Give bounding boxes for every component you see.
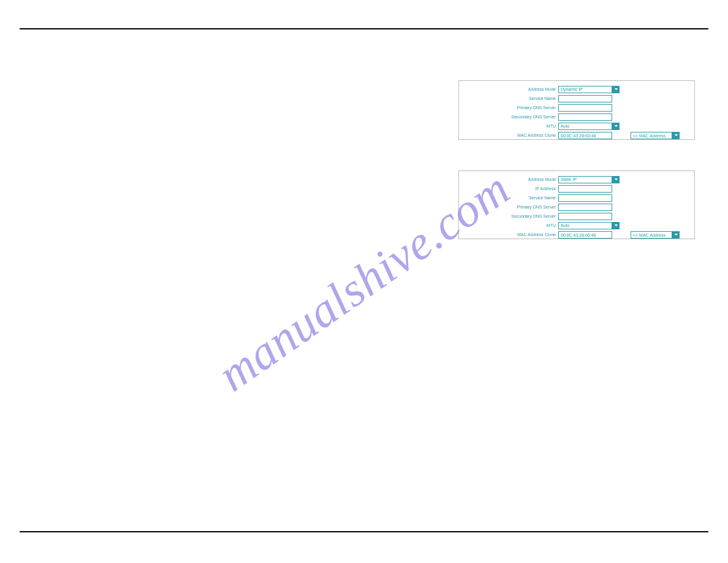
field-label: Primary DNS Server — [465, 105, 558, 110]
address-mode-select[interactable]: Dynamic IP — [558, 86, 612, 93]
field-label: Address Mode — [465, 87, 558, 91]
field-label: MAC Address Clone — [465, 232, 558, 237]
field-label: Secondary DNS Server — [465, 115, 558, 119]
bottom-rule — [20, 531, 708, 532]
field-label: MTU — [465, 223, 558, 228]
select-value: Auto — [561, 123, 569, 130]
config-panel-static-ip: Address Mode Static IP IP Address Servic… — [458, 170, 695, 239]
field-row: MAC Address Clone 00:0C:43:28:60:48 << M… — [465, 131, 688, 140]
chevron-down-icon[interactable] — [612, 123, 620, 130]
mtu-select[interactable]: Auto — [558, 222, 612, 229]
service-name-input[interactable] — [558, 194, 612, 202]
mac-clone-input[interactable]: 00:0C:43:28:60:48 — [558, 231, 612, 239]
primary-dns-input[interactable] — [558, 204, 612, 211]
field-row: Secondary DNS Server — [465, 112, 688, 121]
field-row: Service Name — [465, 193, 688, 202]
select-value: Dynamic IP — [561, 86, 583, 93]
field-label: MTU — [465, 124, 558, 128]
mac-address-button[interactable]: << MAC Address — [631, 231, 672, 239]
field-label: Address Mode — [465, 177, 558, 182]
field-row: Address Mode Dynamic IP — [465, 85, 688, 94]
field-label: IP Address — [465, 186, 558, 191]
chevron-down-icon[interactable] — [612, 176, 620, 183]
field-label: Service Name — [465, 96, 558, 101]
field-row: MTU Auto — [465, 221, 688, 230]
chevron-down-icon[interactable] — [672, 132, 680, 139]
chevron-down-icon[interactable] — [612, 222, 620, 229]
field-row: IP Address — [465, 184, 688, 193]
field-label: Service Name — [465, 196, 558, 200]
mac-clone-input[interactable]: 00:0C:43:28:60:48 — [558, 132, 612, 139]
chevron-down-icon[interactable] — [672, 231, 680, 239]
field-row: Address Mode Static IP — [465, 175, 688, 184]
service-name-input[interactable] — [558, 95, 612, 102]
field-label: Secondary DNS Server — [465, 214, 558, 218]
document-page: Address Mode Dynamic IP Service Name Pri… — [0, 0, 728, 563]
secondary-dns-input[interactable] — [558, 213, 612, 220]
field-row: Secondary DNS Server — [465, 212, 688, 221]
address-mode-select[interactable]: Static IP — [558, 176, 612, 183]
mac-address-button[interactable]: << MAC Address — [631, 132, 672, 139]
field-row: Primary DNS Server — [465, 202, 688, 212]
field-row: MAC Address Clone 00:0C:43:28:60:48 << M… — [465, 230, 688, 239]
mtu-select[interactable]: Auto — [558, 123, 612, 130]
chevron-down-icon[interactable] — [612, 86, 620, 93]
field-label: Primary DNS Server — [465, 205, 558, 209]
field-label: MAC Address Clone — [465, 133, 558, 137]
config-panel-dynamic-ip: Address Mode Dynamic IP Service Name Pri… — [458, 80, 695, 140]
ip-address-input[interactable] — [558, 185, 612, 193]
primary-dns-input[interactable] — [558, 104, 612, 112]
field-row: MTU Auto — [465, 121, 688, 131]
top-rule — [20, 28, 708, 29]
select-value: Auto — [561, 222, 569, 229]
select-value: Static IP — [561, 176, 577, 183]
field-row: Service Name — [465, 94, 688, 103]
field-row: Primary DNS Server — [465, 103, 688, 112]
secondary-dns-input[interactable] — [558, 113, 612, 121]
